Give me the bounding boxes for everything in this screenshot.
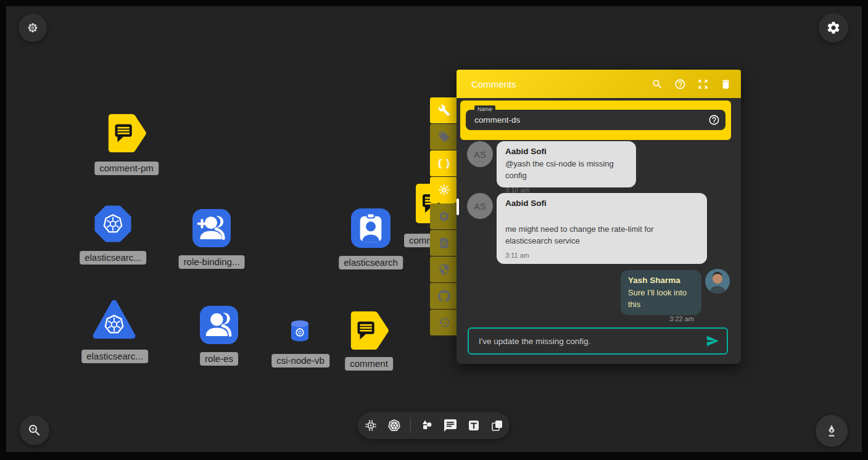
flower-hub-icon bbox=[26, 21, 39, 35]
shield-icon bbox=[438, 263, 450, 276]
toolbar-code-button[interactable]: { } bbox=[430, 150, 458, 176]
toolbar-tools-button[interactable] bbox=[430, 97, 458, 123]
comment-input[interactable] bbox=[469, 337, 706, 346]
comment-composer bbox=[468, 327, 728, 355]
node-label[interactable]: comment-pm bbox=[94, 162, 159, 175]
node-label[interactable]: role-es bbox=[200, 352, 238, 366]
braces-icon: { } bbox=[438, 157, 451, 170]
node-elasticsearch-badge[interactable] bbox=[351, 208, 391, 248]
search-icon bbox=[651, 78, 663, 90]
toolbar-tag-button[interactable] bbox=[430, 124, 458, 150]
help-icon[interactable] bbox=[708, 114, 720, 126]
node-elasticsearch-octagon[interactable] bbox=[94, 205, 132, 243]
message-text: me might need to change the rate-limit f… bbox=[505, 224, 698, 247]
avatar: AS bbox=[467, 141, 493, 167]
message-author: Yash Sharma bbox=[628, 276, 694, 285]
kubernetes-hub-icon bbox=[437, 183, 451, 197]
pen-nib-icon bbox=[824, 424, 839, 438]
app-menu-button[interactable] bbox=[19, 14, 47, 42]
node-label[interactable]: role-binding... bbox=[179, 255, 245, 269]
text-tool-button[interactable] bbox=[466, 418, 481, 433]
message-bubble: Aabid Sofi @yash the csi-node is missing… bbox=[497, 141, 636, 187]
comment-bubble-icon bbox=[443, 418, 458, 433]
name-field-label: Name bbox=[474, 105, 495, 113]
help-icon bbox=[674, 78, 686, 90]
kubernetes-icon bbox=[387, 418, 402, 433]
role-binding-icon bbox=[192, 209, 231, 247]
canvas-tools-toolbar bbox=[358, 412, 510, 439]
node-label[interactable]: elasticsearc... bbox=[80, 251, 146, 265]
toolbar-inspect-button[interactable] bbox=[430, 230, 458, 256]
tag-icon bbox=[438, 131, 450, 143]
node-role-es[interactable] bbox=[200, 306, 238, 344]
github-icon bbox=[438, 290, 450, 302]
toolbar-history-button[interactable] bbox=[430, 310, 458, 335]
name-field-card: Name bbox=[460, 101, 731, 140]
wrench-icon bbox=[438, 104, 450, 117]
toolbar-security-button[interactable] bbox=[430, 257, 458, 282]
node-csi-node-vb[interactable] bbox=[290, 320, 310, 342]
node-label[interactable]: elasticsearch bbox=[339, 256, 403, 269]
send-icon bbox=[706, 334, 719, 348]
trash-icon bbox=[720, 78, 732, 90]
node-action-toolbar: { } bbox=[430, 97, 458, 336]
message-bubble: Yash Sharma Sure I'll look into this 3:2… bbox=[621, 270, 701, 315]
ink-pen-button[interactable] bbox=[816, 415, 848, 447]
toolbar-divider bbox=[410, 418, 411, 433]
node-role-binding[interactable] bbox=[192, 209, 231, 247]
node-comment[interactable] bbox=[347, 309, 391, 352]
component-tool-button[interactable] bbox=[363, 418, 378, 433]
message-time: 3:22 am bbox=[628, 315, 694, 322]
help-button[interactable] bbox=[672, 76, 687, 91]
kubernetes-octagon-icon bbox=[94, 205, 132, 243]
role-icon bbox=[200, 306, 238, 344]
message-time: 3:11 am bbox=[505, 252, 698, 259]
message-text: Sure I'll look into this bbox=[628, 287, 694, 311]
panel-title: Comments bbox=[471, 79, 650, 89]
delete-button[interactable] bbox=[718, 76, 733, 91]
node-label[interactable]: elasticsearc... bbox=[81, 350, 148, 363]
panel-scrollbar-thumb[interactable] bbox=[457, 199, 459, 215]
settings-button[interactable] bbox=[819, 13, 848, 43]
toolbar-kubernetes-button[interactable] bbox=[430, 177, 458, 203]
node-label[interactable]: comment bbox=[345, 357, 393, 371]
expand-icon bbox=[697, 78, 709, 90]
kubernetes-tool-button[interactable] bbox=[387, 418, 402, 433]
comment-shape-icon bbox=[347, 309, 391, 352]
gear-icon bbox=[438, 210, 450, 223]
node-label[interactable]: csi-node-vb bbox=[271, 354, 329, 368]
message-time: 3:10 am bbox=[505, 186, 627, 194]
shapes-icon bbox=[420, 418, 434, 433]
search-button[interactable] bbox=[650, 76, 664, 91]
name-input[interactable] bbox=[466, 110, 725, 130]
design-canvas[interactable]: comment-pm elasticsearc... role-binding.… bbox=[6, 6, 862, 452]
toolbar-github-button[interactable] bbox=[430, 283, 458, 309]
component-icon bbox=[363, 418, 378, 433]
shapes-tool-button[interactable] bbox=[420, 418, 434, 433]
document-search-icon bbox=[438, 237, 450, 249]
avatar-photo bbox=[705, 269, 730, 294]
comments-panel-header[interactable]: Comments bbox=[457, 70, 741, 98]
message-author: Aabid Sofi bbox=[505, 147, 627, 156]
message-author: Aabid Sofi bbox=[505, 199, 698, 208]
image-tool-button[interactable] bbox=[490, 418, 505, 433]
text-tool-icon bbox=[466, 418, 481, 433]
zoom-in-icon bbox=[27, 423, 42, 438]
comment-shape-icon bbox=[105, 112, 148, 155]
node-elasticsearch-triangle[interactable] bbox=[91, 297, 137, 343]
message-text: @yash the csi-node is missing config bbox=[505, 158, 627, 182]
storage-cylinder-icon bbox=[290, 320, 310, 342]
image-icon bbox=[490, 418, 505, 433]
gear-icon bbox=[826, 20, 841, 35]
avatar: AS bbox=[467, 193, 493, 219]
node-comment-pm[interactable] bbox=[105, 112, 148, 155]
comments-panel: Comments Name AS Aabid So bbox=[457, 70, 741, 364]
zoom-in-button[interactable] bbox=[20, 416, 49, 445]
history-icon bbox=[438, 316, 450, 329]
send-button[interactable] bbox=[706, 334, 719, 348]
comment-tool-button[interactable] bbox=[443, 418, 458, 433]
toolbar-settings-button[interactable] bbox=[430, 203, 458, 229]
kubernetes-triangle-icon bbox=[91, 297, 137, 343]
service-account-badge-icon bbox=[351, 208, 391, 248]
expand-button[interactable] bbox=[695, 76, 710, 91]
